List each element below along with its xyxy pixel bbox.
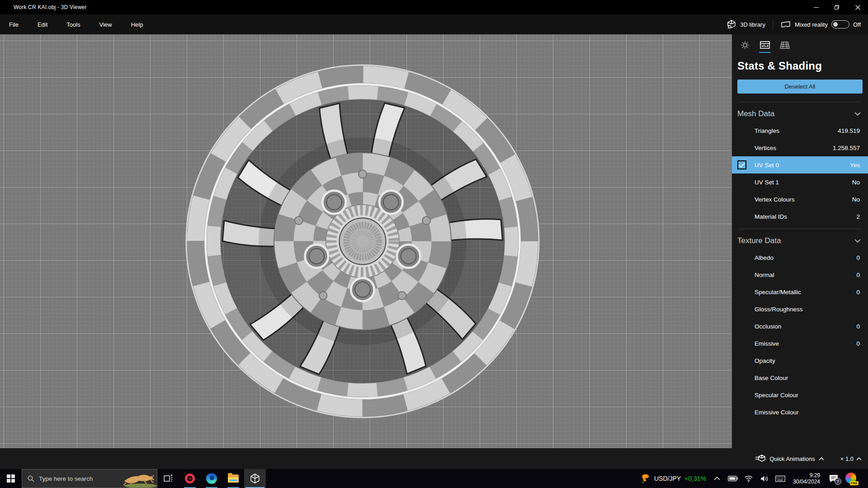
copilot-preview-badge: PRE: [850, 481, 859, 485]
taskbar-search-input[interactable]: Type here to search: [22, 469, 157, 488]
volume-status[interactable]: [760, 475, 769, 482]
notification-count-badge: 7: [835, 478, 841, 485]
menu-help[interactable]: Help: [122, 14, 153, 34]
taskbar-clock[interactable]: 9:29 30/04/2024: [791, 472, 822, 485]
chevron-down-icon: [854, 239, 861, 243]
animation-speed-control[interactable]: × 1.0: [840, 455, 862, 462]
file-explorer-icon: [228, 474, 239, 483]
chevron-up-icon: [856, 457, 862, 460]
texture-row-normal[interactable]: Normal 0: [732, 266, 868, 283]
menu-tools[interactable]: Tools: [57, 14, 90, 34]
stats-icon: [760, 41, 770, 50]
windows-taskbar: Type here to search: [0, 469, 868, 488]
texture-row-base-colour[interactable]: Base Colour: [732, 369, 868, 386]
3d-viewer-icon: [250, 473, 260, 484]
texture-row-occlusion[interactable]: Occlusion 0: [732, 318, 868, 335]
opera-icon: [185, 474, 195, 483]
search-icon: [28, 475, 34, 482]
quick-animations-button[interactable]: Quick Animations: [755, 455, 824, 463]
forex-change: +0,31%: [684, 475, 706, 482]
minimize-button[interactable]: [806, 0, 826, 14]
forex-tray-icon: [640, 473, 651, 484]
divider: [737, 229, 863, 229]
system-tray: USD/JPY +0,31%: [640, 469, 868, 488]
minimize-icon: [814, 7, 819, 8]
touch-keyboard-button[interactable]: [775, 475, 785, 482]
texture-row-emissive[interactable]: Emissive 0: [732, 335, 868, 352]
tab-grid-views[interactable]: [777, 39, 793, 53]
mesh-row-uv-set-0[interactable]: UV Set 0 Yes: [732, 156, 868, 174]
mixed-reality-state: Off: [853, 21, 861, 28]
tray-date: 30/04/2024: [793, 479, 820, 485]
start-button[interactable]: [0, 469, 22, 488]
deselect-all-button[interactable]: Deselect All: [737, 80, 863, 94]
forex-ticker[interactable]: USD/JPY +0,31%: [640, 473, 706, 484]
action-center-button[interactable]: 7: [828, 474, 840, 483]
texture-row-specular-metallic[interactable]: Specular/Metallic 0: [732, 283, 868, 300]
3d-viewport[interactable]: [0, 34, 732, 448]
title-bar: Work CR KAI.obj - 3D Viewer: [0, 0, 868, 14]
grid-icon: [780, 41, 790, 50]
mixed-reality-toggle[interactable]: [831, 20, 849, 28]
texture-row-opacity[interactable]: Opacity: [732, 352, 868, 369]
mesh-row-material-ids[interactable]: Material IDs 2: [732, 208, 868, 225]
copilot-button[interactable]: PRE: [845, 473, 857, 484]
restore-icon: [835, 5, 839, 9]
mesh-data-header[interactable]: Mesh Data: [732, 106, 868, 122]
taskbar-app-opera[interactable]: [179, 469, 201, 488]
texture-row-emissive-colour[interactable]: Emissive Colour: [732, 404, 868, 421]
task-view-icon: [164, 474, 173, 483]
mixed-reality-goggles-icon: [780, 20, 791, 29]
texture-row-albedo[interactable]: Albedo 0: [732, 249, 868, 266]
texture-data-header[interactable]: Texture Data: [732, 233, 868, 249]
restore-button[interactable]: [826, 0, 847, 14]
mesh-row-uv-set-1[interactable]: UV Set 1 No: [732, 174, 868, 191]
stats-shading-panel: Stats & Shading Deselect All Mesh Data T…: [732, 34, 868, 448]
divider: [737, 102, 863, 102]
menu-file[interactable]: File: [0, 14, 28, 34]
taskbar-app-edge[interactable]: [201, 469, 222, 488]
search-placeholder: Type here to search: [39, 475, 93, 482]
quick-animations-label: Quick Animations: [769, 455, 815, 462]
battery-icon: [728, 476, 738, 481]
tab-stats-shading[interactable]: [757, 39, 773, 53]
windows-start-icon: [7, 474, 15, 483]
touch-keyboard-icon: [775, 475, 785, 482]
texture-row-specular-colour[interactable]: Specular Colour: [732, 386, 868, 404]
close-button[interactable]: [847, 0, 868, 14]
menu-bar: File Edit Tools View Help 3D library Mix…: [0, 14, 868, 34]
mesh-row-triangles: Triangles 419.519: [732, 122, 868, 139]
tab-environment-lighting[interactable]: [737, 39, 753, 53]
texture-row-gloss-roughness[interactable]: Gloss/Roughness: [732, 300, 868, 318]
panel-tabs: [732, 34, 868, 53]
window-title: Work CR KAI.obj - 3D Viewer: [0, 4, 87, 10]
chevron-down-icon: [854, 112, 861, 116]
tray-overflow-button[interactable]: [712, 477, 722, 480]
speaker-icon: [760, 475, 769, 482]
checkbox-check-icon: [739, 163, 745, 168]
toggle-knob: [833, 22, 838, 27]
menu-edit[interactable]: Edit: [28, 14, 57, 34]
3d-library-label: 3D library: [740, 21, 765, 28]
battery-status[interactable]: [728, 476, 738, 481]
animation-bar: Quick Animations × 1.0: [0, 448, 868, 469]
task-view-button[interactable]: [157, 469, 179, 488]
mesh-row-vertices: Vertices 1.258.557: [732, 139, 868, 156]
close-icon: [855, 5, 860, 10]
edge-icon: [206, 473, 217, 484]
network-status[interactable]: [744, 475, 754, 482]
mesh-row-vertex-colours[interactable]: Vertex Colours No: [732, 191, 868, 208]
quick-animations-cube-icon: [755, 455, 766, 463]
panel-title: Stats & Shading: [732, 53, 868, 78]
mixed-reality-label: Mixed reality: [795, 21, 828, 28]
uv-set-0-checkbox[interactable]: [737, 160, 746, 169]
taskbar-app-3d-viewer[interactable]: [244, 469, 266, 488]
3d-library-button[interactable]: 3D library: [724, 14, 768, 34]
forex-symbol: USD/JPY: [654, 475, 681, 482]
tray-time: 9:29: [793, 472, 820, 479]
menu-view[interactable]: View: [90, 14, 122, 34]
menu-divider: [773, 19, 773, 29]
chevron-up-icon: [819, 457, 824, 460]
taskbar-app-file-explorer[interactable]: [222, 469, 244, 488]
mixed-reality-group: Mixed reality Off: [778, 14, 863, 34]
